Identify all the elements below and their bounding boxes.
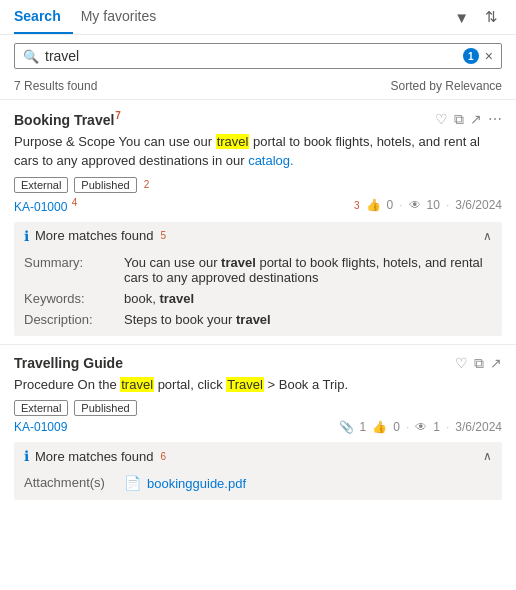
tab-search[interactable]: Search xyxy=(14,0,73,34)
attachment-row: 📄 bookingguide.pdf xyxy=(124,475,492,491)
result-actions-1: ♡ ⧉ ↗ ⋯ xyxy=(435,112,502,126)
favorite-icon-1[interactable]: ♡ xyxy=(435,112,448,126)
views-count-1: 10 xyxy=(427,198,440,212)
pdf-link[interactable]: bookingguide.pdf xyxy=(147,476,246,491)
tag-published-1: Published xyxy=(74,177,136,193)
sort-icon[interactable]: ⇅ xyxy=(481,6,502,28)
tags-row-1: External Published 2 xyxy=(14,177,502,193)
views-icon-1: 👁 xyxy=(409,198,421,212)
thumbs-up-icon-2: 👍 xyxy=(372,420,387,434)
match-key-keywords: Keywords: xyxy=(24,288,124,309)
results-count: 7 Results found xyxy=(14,79,97,93)
tag-published-2: Published xyxy=(74,400,136,416)
more-matches-2: ℹ More matches found 6 ∧ Attachment(s) 📄… xyxy=(14,442,502,500)
more-matches-toggle-2[interactable]: ℹ More matches found 6 ∧ xyxy=(24,448,492,464)
catalog-link[interactable]: catalog. xyxy=(248,153,294,168)
match-value-description: Steps to book your travel xyxy=(124,309,492,330)
meta-row-1: KA-01000 4 3 👍 0 · 👁 10 · 3/6/2024 xyxy=(14,197,502,218)
clear-search-button[interactable]: × xyxy=(485,48,493,64)
tabs-bar: Search My favorites ▼ ⇅ xyxy=(0,0,516,35)
more-matches-1: ℹ More matches found 5 ∧ Summary: You ca… xyxy=(14,222,502,336)
search-badge: 1 xyxy=(463,48,479,64)
likes-count-2: 0 xyxy=(393,420,400,434)
info-icon-2: ℹ xyxy=(24,448,29,464)
more-matches-left-2: ℹ More matches found 6 xyxy=(24,448,166,464)
match-value-attachment: 📄 bookingguide.pdf xyxy=(124,472,492,494)
result-travelling-guide: Travelling Guide ♡ ⧉ ↗ Procedure On the … xyxy=(0,344,516,501)
ka-badge-1: 4 xyxy=(72,197,78,208)
title-badge-1: 7 xyxy=(115,110,121,121)
search-input[interactable] xyxy=(45,48,457,64)
matches-table-2: Attachment(s) 📄 bookingguide.pdf xyxy=(24,472,492,494)
match-key-description: Description: xyxy=(24,309,124,330)
tag-external-1: External xyxy=(14,177,68,193)
result-title-1: Booking Travel7 xyxy=(14,110,121,128)
date-1: 3/6/2024 xyxy=(455,198,502,212)
copy-icon-2[interactable]: ⧉ xyxy=(474,356,484,370)
result-actions-2: ♡ ⧉ ↗ xyxy=(455,356,502,370)
match-key-attachment: Attachment(s) xyxy=(24,472,124,494)
match-value-summary: You can use our travel portal to book fl… xyxy=(124,252,492,288)
highlight-travel-1: travel xyxy=(216,134,250,149)
results-meta: 7 Results found Sorted by Relevance xyxy=(0,77,516,99)
more-matches-badge-1: 5 xyxy=(161,230,167,241)
result-body-1: Purpose & Scope You can use our travel p… xyxy=(14,132,502,171)
more-icon-1[interactable]: ⋯ xyxy=(488,112,502,126)
tab-favorites[interactable]: My favorites xyxy=(81,0,168,34)
attachment-count-2: 1 xyxy=(360,420,367,434)
copy-icon-1[interactable]: ⧉ xyxy=(454,112,464,126)
match-key-summary: Summary: xyxy=(24,252,124,288)
stats-badge-1: 3 xyxy=(354,200,360,211)
more-matches-badge-2: 6 xyxy=(161,451,167,462)
share-icon-2[interactable]: ↗ xyxy=(490,356,502,370)
filter-icon[interactable]: ▼ xyxy=(450,7,473,28)
matches-table-1: Summary: You can use our travel portal t… xyxy=(24,252,492,330)
likes-count-1: 0 xyxy=(387,198,394,212)
result-title-2: Travelling Guide xyxy=(14,355,123,371)
match-row-attachment: Attachment(s) 📄 bookingguide.pdf xyxy=(24,472,492,494)
pdf-icon: 📄 xyxy=(124,475,141,491)
thumbs-up-icon-1: 👍 xyxy=(366,198,381,212)
more-matches-label-1: More matches found xyxy=(35,228,154,243)
stats-1: 3 👍 0 · 👁 10 · 3/6/2024 xyxy=(353,198,502,212)
tabs-actions: ▼ ⇅ xyxy=(450,6,502,28)
match-row-keywords: Keywords: book, travel xyxy=(24,288,492,309)
chevron-up-icon-1: ∧ xyxy=(483,229,492,243)
result-body-2: Procedure On the travel portal, click Tr… xyxy=(14,375,502,395)
highlight-travel-2: travel xyxy=(120,377,154,392)
result-header-1: Booking Travel7 ♡ ⧉ ↗ ⋯ xyxy=(14,110,502,128)
result-booking-travel: Booking Travel7 ♡ ⧉ ↗ ⋯ Purpose & Scope … xyxy=(0,99,516,336)
match-row-description: Description: Steps to book your travel xyxy=(24,309,492,330)
tag-external-2: External xyxy=(14,400,68,416)
ka-id-1: KA-01000 4 xyxy=(14,197,77,214)
stats-2: 📎 1 👍 0 · 👁 1 · 3/6/2024 xyxy=(339,420,502,434)
sort-label: Sorted by Relevance xyxy=(391,79,502,93)
tags-row-2: External Published xyxy=(14,400,502,416)
highlight-Travel-2: Travel xyxy=(226,377,264,392)
attachment-icon-2: 📎 xyxy=(339,420,354,434)
date-2: 3/6/2024 xyxy=(455,420,502,434)
tags-badge-1: 2 xyxy=(144,179,150,190)
share-icon-1[interactable]: ↗ xyxy=(470,112,482,126)
search-icon: 🔍 xyxy=(23,49,39,64)
views-icon-2: 👁 xyxy=(415,420,427,434)
search-bar: 🔍 1 × xyxy=(14,43,502,69)
match-row-summary: Summary: You can use our travel portal t… xyxy=(24,252,492,288)
more-matches-label-2: More matches found xyxy=(35,449,154,464)
favorite-icon-2[interactable]: ♡ xyxy=(455,356,468,370)
meta-row-2: KA-01009 📎 1 👍 0 · 👁 1 · 3/6/2024 xyxy=(14,420,502,438)
result-header-2: Travelling Guide ♡ ⧉ ↗ xyxy=(14,355,502,371)
ka-id-2: KA-01009 xyxy=(14,420,67,434)
chevron-up-icon-2: ∧ xyxy=(483,449,492,463)
match-value-keywords: book, travel xyxy=(124,288,492,309)
more-matches-toggle-1[interactable]: ℹ More matches found 5 ∧ xyxy=(24,228,492,244)
more-matches-left-1: ℹ More matches found 5 xyxy=(24,228,166,244)
views-count-2: 1 xyxy=(433,420,440,434)
info-icon-1: ℹ xyxy=(24,228,29,244)
